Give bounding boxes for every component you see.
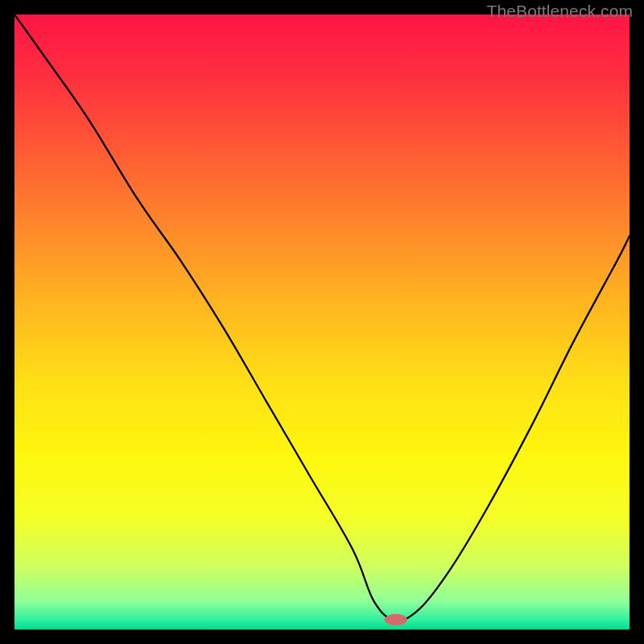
plot-area [14,14,630,630]
chart-svg [14,14,630,630]
optimum-marker [385,614,407,625]
chart-frame: TheBottleneck.com [0,0,644,644]
gradient-background [14,14,630,630]
watermark-label: TheBottleneck.com [487,2,633,21]
